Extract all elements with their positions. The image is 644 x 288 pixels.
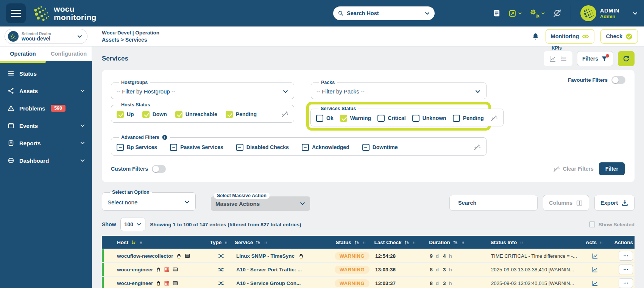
advanced-acknowledged[interactable]: Acknowledged — [302, 144, 349, 151]
sidebar-item-status[interactable]: Status — [0, 65, 92, 82]
host-status-up[interactable]: Up — [117, 111, 134, 118]
drag-dots-icon[interactable] — [412, 240, 417, 245]
sort-icon[interactable] — [255, 240, 261, 245]
realm-selector[interactable]: Selected Realm wocu-devel — [5, 29, 87, 44]
host-status-unreachable[interactable]: Unreachable — [175, 111, 217, 118]
table-row[interactable]: wocu-engineer A10 - Service Group Con... — [102, 277, 635, 288]
column-header-duration[interactable]: Duration — [429, 240, 490, 245]
host-status-down[interactable]: Down — [142, 111, 167, 118]
export-button[interactable]: Export — [594, 195, 635, 211]
custom-filters-toggle[interactable] — [152, 165, 166, 173]
sort-icon[interactable] — [354, 240, 360, 245]
column-header-acts[interactable]: Acts — [577, 240, 613, 245]
chart-icon[interactable] — [592, 280, 598, 286]
columns-button[interactable]: Columns — [543, 195, 589, 211]
tab-operation[interactable]: Operation — [0, 47, 46, 61]
drag-dots-icon[interactable] — [139, 240, 143, 245]
sort-icon[interactable] — [131, 240, 136, 245]
host-cell[interactable]: wocuflow-newcollector — [104, 253, 209, 259]
show-selected-checkbox[interactable] — [589, 221, 595, 227]
breadcrumb-path[interactable]: Assets > Services — [102, 36, 159, 44]
row-actions-button[interactable] — [619, 251, 633, 261]
select-option-dropdown[interactable]: Select none — [108, 198, 190, 206]
advanced-downtime[interactable]: Downtime — [362, 144, 398, 151]
clear-group-wand-icon[interactable] — [281, 111, 288, 118]
sort-icon[interactable] — [404, 240, 410, 245]
drag-dots-icon[interactable] — [263, 240, 268, 245]
column-header-last-check[interactable]: Last Check — [374, 240, 429, 245]
service-status-ok[interactable]: Ok — [316, 115, 334, 122]
kpis-toggle-group[interactable]: KPIs — [544, 51, 572, 66]
chart-icon[interactable] — [592, 266, 598, 273]
drag-dots-icon[interactable] — [519, 240, 524, 245]
search-host-combobox[interactable] — [333, 6, 435, 20]
checkbox-indeterminate[interactable] — [362, 144, 370, 151]
service-status-pending[interactable]: Pending — [453, 115, 484, 122]
column-header-status[interactable]: Status — [328, 240, 374, 245]
drag-dots-icon[interactable] — [362, 240, 367, 245]
info-icon[interactable] — [162, 134, 168, 140]
service-cell[interactable]: A10 - Service Group Con... — [233, 280, 329, 286]
massive-actions-dropdown[interactable]: Select Massive Action Massive Actions — [211, 196, 310, 211]
service-status-unknown[interactable]: Unknown — [412, 115, 446, 122]
column-header-type[interactable]: Type — [207, 240, 232, 245]
chevron-down-icon[interactable] — [424, 11, 430, 16]
check-button[interactable]: Check — [600, 29, 638, 44]
column-header-host[interactable]: Host — [102, 240, 207, 245]
checkbox-checked[interactable] — [142, 111, 150, 118]
service-status-warning[interactable]: Warning — [340, 115, 371, 122]
advanced-passive-services[interactable]: Passive Services — [170, 144, 223, 151]
settings-menu[interactable] — [530, 9, 545, 18]
row-actions-button[interactable] — [619, 265, 633, 274]
drag-dots-icon[interactable] — [224, 240, 229, 245]
advanced-disabled-checks[interactable]: Disabled Checks — [236, 144, 289, 151]
checkbox-indeterminate[interactable] — [302, 144, 309, 151]
checkbox-unchecked[interactable] — [412, 115, 419, 122]
checkbox-checked[interactable] — [175, 111, 182, 118]
page-size-select[interactable]: 100 — [120, 218, 145, 231]
clear-group-wand-icon[interactable] — [490, 114, 498, 122]
auto-refresh-off-button[interactable] — [553, 9, 562, 18]
sidebar-item-reports[interactable]: Reports — [0, 134, 92, 152]
checkbox-checked[interactable] — [340, 115, 347, 122]
host-status-pending[interactable]: Pending — [226, 111, 257, 118]
checkbox-unchecked[interactable] — [316, 115, 323, 122]
sidebar-item-assets[interactable]: Assets — [0, 82, 92, 100]
hamburger-menu-button[interactable] — [6, 3, 26, 23]
drag-dots-icon[interactable] — [460, 240, 465, 245]
service-name-link[interactable]: A10 - Server Port Traffic: ... — [236, 267, 302, 272]
table-search-input[interactable] — [458, 200, 533, 206]
chart-icon[interactable] — [592, 253, 598, 259]
host-name-link[interactable]: wocu-engineer — [117, 267, 153, 272]
clear-group-wand-icon[interactable] — [473, 143, 481, 151]
bell-icon[interactable] — [532, 33, 540, 40]
sidebar-item-dashboard[interactable]: Dashboard — [0, 152, 92, 169]
sort-icon[interactable] — [452, 240, 458, 245]
list-icon[interactable] — [560, 55, 567, 62]
service-name-link[interactable]: A10 - Service Group Con... — [236, 280, 301, 286]
search-host-input[interactable] — [347, 10, 421, 16]
favourite-filters-toggle[interactable] — [611, 76, 625, 84]
checkbox-checked[interactable] — [117, 111, 124, 118]
advanced-bp-services[interactable]: Bp Services — [117, 144, 157, 151]
service-cell[interactable]: Linux SNMP - TimeSync — [233, 253, 329, 259]
monitoring-button[interactable]: Monitoring — [546, 29, 595, 44]
sidebar-item-problems[interactable]: Problems 590 — [0, 100, 92, 117]
column-header-service[interactable]: Service — [232, 240, 328, 245]
packs-select[interactable]: -- Filter by Packs -- — [317, 88, 481, 95]
checkbox-unchecked[interactable] — [453, 115, 460, 122]
refresh-button[interactable] — [618, 51, 635, 66]
hostgroups-select[interactable]: -- Filter by Hostgroup -- — [117, 88, 288, 95]
service-name-link[interactable]: Linux SNMP - TimeSync — [236, 253, 295, 259]
table-row[interactable]: wocu-engineer A10 - Server Port Traffic:… — [102, 263, 635, 276]
table-row[interactable]: wocuflow-newcollector Linux SNMP - TimeS… — [102, 249, 635, 262]
external-link-menu[interactable] — [508, 9, 522, 17]
clear-filters-button[interactable]: Clear Filters — [553, 165, 594, 173]
column-header-status-info[interactable]: Status Info — [491, 240, 577, 245]
service-status-critical[interactable]: Critical — [377, 115, 405, 122]
table-search[interactable] — [449, 195, 538, 211]
drag-dots-icon[interactable] — [599, 240, 604, 245]
sidebar-item-events[interactable]: Events — [0, 117, 92, 134]
brand-logo[interactable]: wocu monitoring — [33, 5, 97, 22]
tab-configuration[interactable]: Configuration — [46, 47, 92, 61]
